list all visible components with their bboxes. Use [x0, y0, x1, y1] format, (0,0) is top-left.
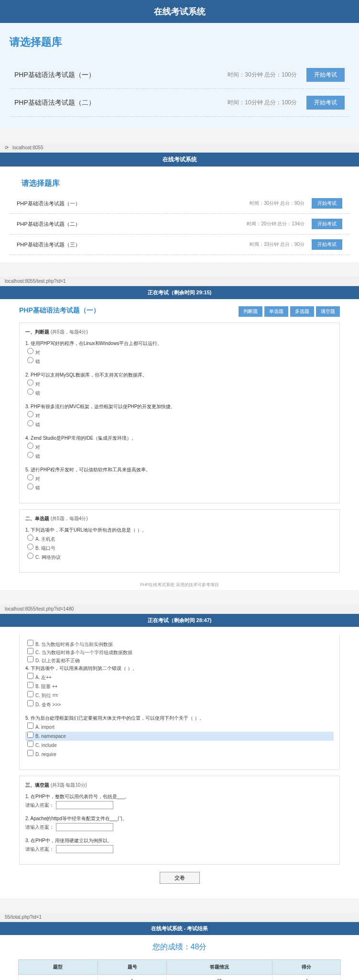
checkbox-input[interactable]	[27, 673, 33, 679]
radio-input[interactable]	[27, 420, 33, 426]
checkbox-input[interactable]	[27, 723, 33, 729]
result-table: 题型题号答题情况得分 判断题 1 对 4 2 对 4 3 错 0 4 对 4 5…	[18, 959, 341, 980]
select-heading: 请选择题库	[10, 174, 349, 193]
option[interactable]: A. 主机名	[25, 535, 334, 544]
option[interactable]: B. 当为数组时将多个与当前实例数据	[25, 640, 334, 648]
checkbox-input[interactable]	[27, 691, 33, 697]
checkbox-input[interactable]	[27, 700, 33, 706]
table-header: 题号	[98, 960, 167, 975]
question: 5. 作为后台处理框架我们已定要被用大体文件中的位置，可以使用下列个关于（ ）。…	[25, 714, 334, 759]
option[interactable]: A. 左++	[25, 673, 334, 682]
radio-input[interactable]	[27, 544, 33, 550]
section-title: 二、单选题 (共5题，每题4分)	[25, 515, 334, 522]
checkbox-input[interactable]	[27, 648, 33, 654]
checkbox-input[interactable]	[27, 682, 33, 688]
checkbox-input[interactable]	[27, 750, 33, 756]
option[interactable]: C. include	[25, 741, 334, 750]
screen-select-2: ⟳ localhost:8055 在线考试系统 请选择题库 PHP基础语法考试题…	[0, 143, 359, 262]
start-button[interactable]: 开始考试	[312, 219, 342, 229]
option[interactable]: C. 当为数组时将多个与一个字符组成数据数据	[25, 648, 334, 656]
start-button[interactable]: 开始考试	[312, 239, 342, 250]
radio-input[interactable]	[27, 348, 33, 354]
header-title: 在线考试系统	[0, 0, 359, 23]
option[interactable]: D. 全奇 >>>	[25, 700, 334, 709]
exam-title: PHP基础语法考试题（一）	[19, 306, 100, 315]
radio-input[interactable]	[27, 379, 33, 386]
fill-label: 请输入答案：	[25, 846, 54, 852]
exam-row: PHP基础语法考试题（二） 时间：20分钟 总分：134分 开始考试	[10, 214, 349, 234]
option[interactable]: 错	[25, 357, 334, 366]
result-score: 您的成绩：48分	[0, 935, 359, 959]
fill-input[interactable]	[56, 823, 113, 831]
table-header: 答题情况	[166, 960, 272, 975]
option[interactable]: 对	[25, 348, 334, 357]
radio-input[interactable]	[27, 452, 33, 458]
question-text: 2. PHP可以支持MySQL数据库，但不支持其它的数据库。	[25, 371, 334, 379]
nav-tab[interactable]: 判断题	[239, 306, 262, 317]
exam-row: PHP基础语法考试题（二） 时间：10分钟 总分：100分 开始考试	[10, 89, 349, 117]
start-button[interactable]: 开始考试	[306, 68, 345, 82]
table-header: 题型	[18, 960, 98, 975]
question: 1. 下列选项中，不属于URL地址中所包含的信息是（ ）。 A. 主机名B. 端…	[25, 526, 334, 562]
exam-body: B. 当为数组时将多个与当前实例数据C. 当为数组时将多个与一个字符组成数据数据…	[12, 627, 347, 898]
checkbox-input[interactable]	[27, 732, 33, 738]
section-single: 二、单选题 (共5题，每题4分) 1. 下列选项中，不属于URL地址中所包含的信…	[19, 509, 340, 573]
nav-tab[interactable]: 填空题	[316, 306, 340, 317]
option[interactable]: B. 端口号	[25, 544, 334, 553]
radio-input[interactable]	[27, 553, 33, 559]
option[interactable]: 错	[25, 389, 334, 398]
option[interactable]: 对	[25, 379, 334, 389]
fill-input[interactable]	[56, 845, 113, 853]
exam-meta: 时间：30分钟 总分：100分	[228, 71, 297, 79]
option[interactable]: 错	[25, 483, 334, 492]
radio-input[interactable]	[27, 483, 33, 490]
radio-input[interactable]	[27, 389, 33, 395]
option[interactable]: 对	[25, 411, 334, 420]
exam-name: PHP基础语法考试题（二）	[14, 99, 228, 107]
radio-input[interactable]	[27, 411, 33, 417]
fill-input[interactable]	[56, 801, 113, 809]
checkbox-input[interactable]	[27, 656, 33, 662]
start-button[interactable]: 开始考试	[306, 96, 345, 110]
option[interactable]: 错	[25, 452, 334, 461]
screen-test-1: localhost:8055/test.php?id=1 正在考试（剩余时间 2…	[0, 277, 359, 590]
option[interactable]: A. import	[25, 723, 334, 732]
radio-input[interactable]	[27, 357, 33, 363]
url-text: 55/total.php?id=1	[5, 914, 42, 920]
question-text: 3. PHP有很多流行的MVC框架，这些框架可以使PHP的开发更加快捷。	[25, 402, 334, 411]
reload-icon[interactable]: ⟳	[5, 145, 9, 150]
nav-tab[interactable]: 单选题	[264, 306, 288, 317]
question-text: 1. 下列选项中，不属于URL地址中所包含的信息是（ ）。	[25, 526, 334, 535]
submit-button[interactable]: 交卷	[160, 872, 200, 884]
option[interactable]: D. 以上答案都不正确	[25, 656, 334, 664]
radio-input[interactable]	[27, 535, 33, 541]
nav-tab[interactable]: 多选题	[290, 306, 314, 317]
exam-name: PHP基础语法考试题（三）	[17, 241, 250, 248]
checkbox-input[interactable]	[27, 640, 33, 646]
exam-row: PHP基础语法考试题（一） 时间：30分钟 总分：90分 开始考试	[10, 193, 349, 214]
option[interactable]: 对	[25, 443, 334, 452]
checkbox-input[interactable]	[27, 741, 33, 747]
radio-input[interactable]	[27, 474, 33, 480]
address-bar: ⟳ localhost:8055	[0, 143, 359, 153]
radio-input[interactable]	[27, 443, 33, 449]
option[interactable]: C. 到位 ==	[25, 691, 334, 700]
start-button[interactable]: 开始考试	[312, 198, 342, 209]
option[interactable]: 错	[25, 420, 334, 429]
url-text: localhost:8055	[12, 145, 44, 150]
select-heading: 请选择题库	[10, 35, 349, 49]
cell-score: 4	[272, 975, 341, 980]
exam-list-container: 请选择题库 PHP基础语法考试题（一） 时间：30分钟 总分：90分 开始考试 …	[0, 167, 359, 262]
question: 1. 使用PHP写好的程序，在Linux和Windows平台上都可以运行。对错	[25, 339, 334, 366]
fill-question: 2. Apache的httpd等中经常有配置文件在___门。 请输入答案：	[25, 814, 334, 832]
option[interactable]: 对	[25, 474, 334, 483]
fill-label: 请输入答案：	[25, 802, 54, 808]
fill-label: 请输入答案：	[25, 824, 54, 830]
exam-row: PHP基础语法考试题（一） 时间：30分钟 总分：100分 开始考试	[10, 61, 349, 89]
option[interactable]: B. namespace	[25, 732, 334, 741]
option[interactable]: B. 阻塞 ++	[25, 682, 334, 691]
exam-timer-header: 正在考试（剩余时间 29:15)	[0, 286, 359, 299]
section-judgment: 一、判断题 (共5题，每题4分) 1. 使用PHP写好的程序，在Linux和Wi…	[19, 323, 340, 503]
option[interactable]: D. require	[25, 750, 334, 759]
option[interactable]: C. 网络协议	[25, 553, 334, 562]
